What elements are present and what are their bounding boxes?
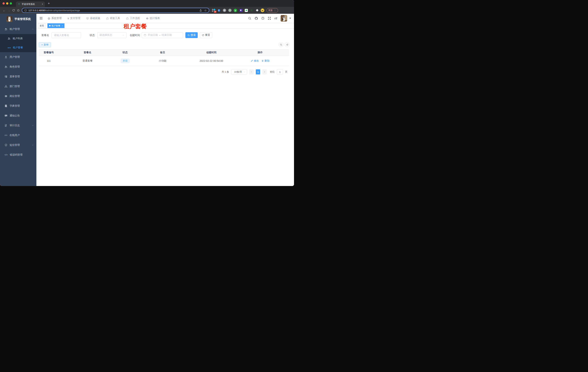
data-table: 套餐编号 套餐名 状态 备注 创建时间 操作 111 普通套餐 开启 小功能 2… [39,49,289,66]
tab-close-icon[interactable]: × [62,25,63,27]
help-icon[interactable] [261,17,264,20]
top-menu-infra[interactable]: 基础设施 [86,17,100,20]
app-navbar: 系统管理 ¥ 支付管理 基础设施 研发工具 [36,14,294,23]
site-info-icon[interactable] [24,9,27,12]
search-button[interactable]: 搜索 [185,32,198,38]
sidebar-item-user-management[interactable]: 用户管理 [0,52,36,62]
sidebar-item-label: 角色管理 [10,65,34,68]
sidebar-item-dict-management[interactable]: 字典管理 [0,101,36,111]
top-menu-report[interactable]: 统计报表 [146,17,160,20]
browser-menu-icon[interactable]: ⋮ [274,9,276,12]
reload-icon[interactable] [11,9,16,12]
font-size-icon[interactable]: тT [274,17,277,20]
top-menu-workflow[interactable]: 工作流程 [126,17,140,20]
avatar-caret-icon[interactable] [289,18,291,19]
ext-y-icon[interactable]: y [233,9,237,12]
reset-button[interactable]: 重置 [200,32,212,38]
sidebar-item-role-management[interactable]: 角色管理 [0,62,36,72]
sidebar-item-audit-log[interactable]: 审计日志 [0,121,36,130]
prev-page-button[interactable] [249,69,254,74]
sidebar-item-tenant-package[interactable]: 租户套餐 [0,43,36,52]
search-icon[interactable] [248,17,251,20]
sidebar-item-label: 部门管理 [10,85,34,88]
top-menu-label: 工作流程 [130,17,140,20]
gear-icon [48,17,50,20]
traffic-lights [2,2,12,5]
status-select[interactable]: 请选择状态 [97,32,126,38]
trash-icon [262,60,264,62]
column-header: 备注 [134,51,191,54]
sidebar-logo[interactable]: 芋道管理系统 [0,14,36,24]
refresh-table-button[interactable] [285,42,289,47]
top-menu-system[interactable]: 系统管理 [48,17,62,20]
sidebar-item-online-users[interactable]: 在线用户 [0,130,36,140]
bookmark-star-icon[interactable]: ☆ [204,9,207,12]
logo-image [7,16,12,22]
pencil-icon [251,60,253,62]
tab-home[interactable]: 首页 [38,23,46,28]
github-icon[interactable] [254,17,258,20]
date-end-placeholder[interactable]: 结束日期 [162,33,172,37]
ext-star-icon[interactable]: ☆ [250,9,253,12]
home-icon[interactable] [16,9,21,12]
sidebar-item-post-management[interactable]: 岗位管理 [0,91,36,101]
column-header: 创建时间 [191,51,231,54]
top-menu-label: 统计报表 [150,17,160,20]
yen-icon: ¥ [68,17,69,20]
add-button[interactable]: + 新增 [39,42,51,47]
sidebar-item-tenant-list[interactable]: 租户列表 [0,34,36,43]
ext-command-icon[interactable]: ⌘ [223,9,226,12]
delete-link[interactable]: 删除 [262,59,270,63]
address-bar[interactable]: 127.0.0.1:48080/admin-ui/system/tenant/p… [22,8,209,13]
new-tab-button[interactable]: + [48,1,50,6]
browser-update-button[interactable]: 更新 ⋮ [266,8,278,13]
cell-actions: 修改 删除 [231,59,289,63]
ext-chat-icon[interactable] [244,9,248,12]
sidebar-toggle-icon[interactable] [39,16,43,20]
sidebar-item-notice[interactable]: 通知公告 [0,111,36,121]
log-edit-icon [5,124,7,127]
minimize-window-button[interactable] [6,2,8,5]
extensions-puzzle-icon[interactable] [255,9,259,12]
date-range-picker[interactable]: 开始日期 - 结束日期 [142,32,183,38]
sidebar-item-sms-management[interactable]: 短信管理 [0,140,36,150]
sidebar-item-menu-management[interactable]: 菜单管理 [0,72,36,82]
table-header-row: 套餐编号 套餐名 状态 备注 创建时间 操作 [39,49,289,56]
ext-shield-icon[interactable] [239,9,242,12]
ext-tabs-icon[interactable]: 10 [212,9,215,12]
package-name-input[interactable] [52,32,81,38]
status-tag[interactable]: 开启 [121,59,129,63]
date-start-placeholder[interactable]: 开始日期 [148,33,158,37]
top-menu-devtools[interactable]: 研发工具 [106,17,120,20]
edit-link[interactable]: 修改 [251,59,259,63]
share-icon[interactable] [199,9,202,12]
user-avatar[interactable] [281,15,287,21]
page-number-button[interactable]: 1 [256,69,260,74]
ext-drop-icon[interactable] [217,9,221,12]
extensions-area: 10 ⌘ y ☆ [212,9,264,12]
sidebar-item-label: 岗位管理 [10,95,34,98]
sidebar-item-dept-management[interactable]: 部门管理 [0,82,36,91]
sidebar-item-error-code[interactable]: </> 错误码管理 [0,150,36,160]
sidebar-item-label: 字典管理 [10,104,34,107]
browser-tab[interactable]: 芋道管理系统 × [16,1,45,7]
search-icon [187,34,190,36]
back-icon[interactable]: ← [2,9,7,12]
ext-record-icon[interactable] [228,9,232,12]
tree-table-icon [5,75,7,78]
tab-tenant-package[interactable]: 租户套餐 × [47,23,64,28]
next-page-button[interactable] [262,69,267,74]
top-menu-pay[interactable]: ¥ 支付管理 [68,17,80,20]
refresh-icon [202,34,204,36]
fullscreen-icon[interactable] [268,17,271,20]
zoom-window-button[interactable] [10,2,12,5]
page-size-select[interactable]: 10条/页 [231,69,247,74]
sidebar-item-tenant-management[interactable]: 租户管理 [0,24,36,34]
close-window-button[interactable] [2,2,5,5]
tab-close-icon[interactable]: × [42,3,43,5]
show-search-toggle-button[interactable] [279,42,283,47]
chevron-left-icon [250,71,252,73]
goto-page-input[interactable] [277,69,283,74]
browser-profile-avatar[interactable] [261,9,264,12]
forward-icon[interactable]: → [7,9,11,12]
